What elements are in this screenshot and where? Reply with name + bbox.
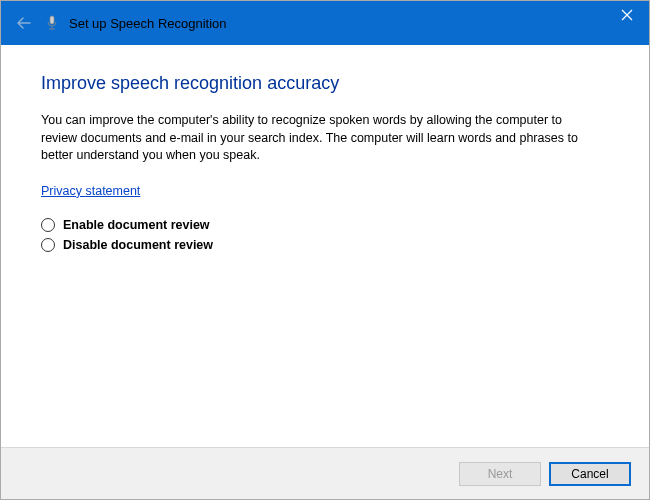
radio-disable-label: Disable document review bbox=[63, 238, 213, 252]
content-area: Improve speech recognition accuracy You … bbox=[1, 45, 649, 447]
back-arrow-icon[interactable] bbox=[15, 14, 33, 32]
radio-enable-label: Enable document review bbox=[63, 218, 210, 232]
close-button[interactable] bbox=[605, 1, 649, 29]
radio-icon bbox=[41, 218, 55, 232]
page-heading: Improve speech recognition accuracy bbox=[41, 73, 609, 94]
window-title: Set up Speech Recognition bbox=[69, 16, 227, 31]
next-button: Next bbox=[459, 462, 541, 486]
microphone-icon bbox=[43, 14, 61, 32]
radio-disable-document-review[interactable]: Disable document review bbox=[41, 238, 609, 252]
description-text: You can improve the computer's ability t… bbox=[41, 112, 601, 165]
radio-icon bbox=[41, 238, 55, 252]
cancel-button[interactable]: Cancel bbox=[549, 462, 631, 486]
document-review-radio-group: Enable document review Disable document … bbox=[41, 218, 609, 252]
titlebar: Set up Speech Recognition bbox=[1, 1, 649, 45]
radio-enable-document-review[interactable]: Enable document review bbox=[41, 218, 609, 232]
svg-rect-0 bbox=[50, 16, 54, 24]
footer-bar: Next Cancel bbox=[1, 447, 649, 499]
privacy-statement-link[interactable]: Privacy statement bbox=[41, 184, 140, 198]
